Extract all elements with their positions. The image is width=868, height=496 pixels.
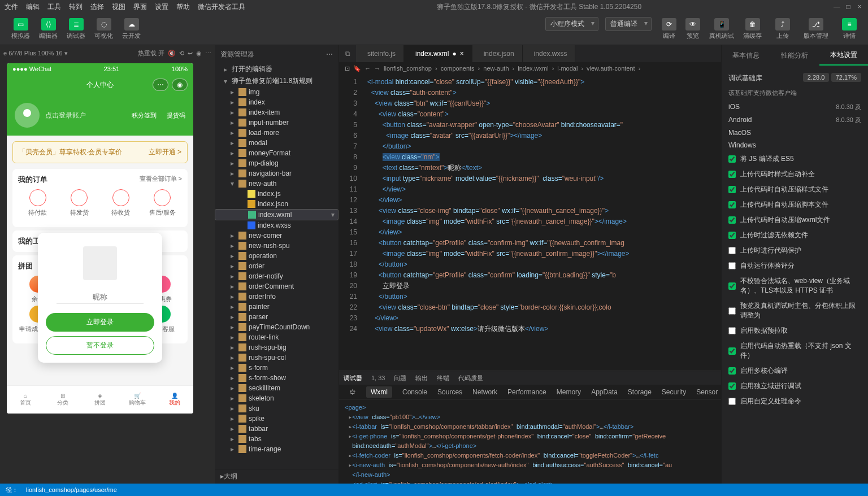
compile-button[interactable]: ⟳编译 — [658, 17, 680, 41]
tree-folder-painter[interactable]: ▸painter — [215, 302, 338, 312]
tree-folder-rush-spu-col[interactable]: ▸rush-spu-col — [215, 353, 338, 363]
tab-me[interactable]: 👤我的 — [156, 386, 193, 414]
tree-folder-tabbar[interactable]: ▸tabbar — [215, 424, 338, 434]
tree-folder-payTimeCountDown[interactable]: ▸payTimeCountDown — [215, 322, 338, 332]
dtab-appdata[interactable]: AppData — [591, 388, 618, 396]
tree-file-index.wxss[interactable]: index.wxss — [215, 220, 338, 230]
file-tree[interactable]: ▸打开的编辑器 ▾狮子鱼修复前端11.8新规则 ▸img▸index▸index… — [215, 63, 338, 469]
close-tab-icon[interactable]: × — [460, 50, 464, 58]
tree-folder-operation[interactable]: ▸operation — [215, 251, 338, 261]
close-button[interactable]: × — [856, 3, 863, 11]
user-header[interactable]: 点击登录账户 积分签到 提货码 — [7, 95, 193, 136]
dtab-wxml[interactable]: Wxml — [366, 386, 392, 398]
tree-folder-index[interactable]: ▸index — [215, 97, 338, 107]
code-content[interactable]: <i-modal bind:cancel="close" scrollUp="{… — [362, 75, 721, 371]
tree-folder-input-number[interactable]: ▸input-number — [215, 118, 338, 128]
tab-pin[interactable]: ◈拼团 — [81, 386, 119, 414]
dtab-sources[interactable]: Sources — [437, 388, 462, 396]
check-7[interactable]: 自动运行体验评分 — [728, 258, 861, 273]
dtab-sensor[interactable]: Sensor — [696, 388, 718, 396]
check-13[interactable]: 启用独立域进行调试 — [728, 378, 861, 394]
wxml-console[interactable]: <page> ▸<view class="pb100">…</view> ▸<i… — [339, 399, 721, 484]
cloud-button[interactable]: ☁云开发 — [119, 17, 144, 41]
all-orders-link[interactable]: 查看全部订单 > — [140, 175, 182, 185]
tree-folder-order-notify[interactable]: ▸order-notify — [215, 271, 338, 281]
tree-folder-orderInfo[interactable]: ▸orderInfo — [215, 291, 338, 302]
tab-siteinfo[interactable]: siteinfo.js — [356, 45, 404, 62]
cancel-login-button[interactable]: 暂不登录 — [46, 336, 154, 355]
capsule-close[interactable]: ◉ — [172, 79, 188, 91]
back-icon[interactable]: ↩ — [188, 50, 193, 57]
split-icon[interactable]: ⧉ — [339, 45, 356, 62]
detail-button[interactable]: ≡详情 — [839, 17, 860, 41]
check-8[interactable]: 不校验合法域名、web-view（业务域名）、TLS本以及 HTTPS 证书 — [728, 273, 861, 298]
tab-cart[interactable]: 🛒购物车 — [119, 386, 156, 414]
tree-folder-parser[interactable]: ▸parser — [215, 312, 338, 322]
more-icon[interactable]: ⋯ — [205, 50, 211, 57]
debugger-button[interactable]: ≣调试器 — [63, 17, 89, 41]
check-12[interactable]: 启用多核心编译 — [728, 363, 861, 378]
tree-folder-modal[interactable]: ▸modal — [215, 138, 338, 148]
tab-index-json[interactable]: index.json — [472, 45, 523, 62]
dbgtab-terminal[interactable]: 终端 — [437, 374, 449, 382]
dtab-performance[interactable]: Performance — [507, 388, 546, 396]
tree-folder-new-auth[interactable]: ▾new-auth — [215, 179, 338, 189]
dtab-console[interactable]: Console — [402, 388, 427, 396]
dbgtab-debugger[interactable]: 调试器 — [344, 374, 362, 382]
menu-tool[interactable]: 工具 — [47, 2, 61, 12]
tree-folder-skeleton[interactable]: ▸skeleton — [215, 393, 338, 403]
breadcrumb[interactable]: ⊡ 🔖 ← → lionfish_comshop›components›new-… — [339, 62, 721, 75]
dbgtab-problem[interactable]: 问题 — [394, 374, 406, 382]
order-after[interactable]: 售后/服务 — [143, 189, 183, 217]
bc-bookmark-icon[interactable]: 🔖 — [353, 65, 361, 72]
rtab-perf[interactable]: 性能分析 — [770, 45, 819, 66]
signin-link[interactable]: 积分签到 — [132, 111, 157, 120]
preview-button[interactable]: 👁预览 — [682, 17, 704, 41]
remote-button[interactable]: 📱真机调试 — [706, 17, 737, 41]
base-lib-version[interactable]: 2.28.0 — [803, 73, 830, 82]
menu-file[interactable]: 文件 — [5, 2, 18, 12]
tree-folder-s-form-show[interactable]: ▸s-form-show — [215, 373, 338, 383]
visualize-button[interactable]: ◌可视化 — [91, 17, 116, 41]
maximize-button[interactable]: □ — [844, 3, 852, 11]
order-ship[interactable]: 待发货 — [60, 189, 99, 217]
check-9[interactable]: 预览及真机调试时主包、分包体积上限调整为 — [728, 298, 861, 323]
modal-avatar[interactable] — [83, 246, 117, 280]
check-1[interactable]: 上传代码时样式自动补全 — [728, 167, 861, 182]
bc-toggle-icon[interactable]: ⊡ — [345, 65, 350, 72]
tree-folder-router-link[interactable]: ▸router-link — [215, 332, 338, 342]
check-0[interactable]: 将 JS 编译成 ES5 — [728, 151, 861, 167]
menu-select[interactable]: 选择 — [90, 2, 104, 12]
menu-edit[interactable]: 编辑 — [26, 2, 40, 12]
upload-button[interactable]: ⤴上传 — [772, 17, 793, 41]
clear-button[interactable]: 🗑清缓存 — [740, 17, 765, 41]
home-icon[interactable]: ◉ — [196, 50, 202, 57]
bc-fwd-icon[interactable]: → — [374, 65, 380, 72]
menu-goto[interactable]: 转到 — [69, 2, 83, 12]
tree-project[interactable]: ▾狮子鱼修复前端11.8新规则 — [215, 75, 338, 87]
outline-header[interactable]: ▸大纲 — [215, 469, 338, 484]
capsule-menu[interactable]: ⋯ — [153, 79, 168, 91]
dtab-storage[interactable]: Storage — [628, 388, 652, 396]
rotate-icon[interactable]: ⟲ — [179, 50, 184, 57]
rtab-basic[interactable]: 基本信息 — [722, 45, 770, 66]
tree-folder-tabs[interactable]: ▸tabs — [215, 434, 338, 444]
tree-folder-orderComment[interactable]: ▸orderComment — [215, 281, 338, 291]
tree-file-index.js[interactable]: index.js — [215, 189, 338, 199]
check-10[interactable]: 启用数据预拉取 — [728, 323, 861, 338]
tree-folder-time-range[interactable]: ▸time-range — [215, 444, 338, 454]
editor-button[interactable]: ⟨⟩编辑器 — [36, 17, 61, 41]
tree-folder-img[interactable]: ▸img — [215, 87, 338, 97]
compile-select[interactable]: 普通编译 — [605, 17, 652, 31]
check-11[interactable]: 启用代码自动热重载（不支持 json 文件） — [728, 338, 861, 363]
simulator-button[interactable]: ▭模拟器 — [8, 17, 33, 41]
minimize-button[interactable]: — — [833, 3, 841, 11]
dbgtab-output[interactable]: 输出 — [415, 374, 428, 382]
login-button[interactable]: 立即登录 — [46, 313, 154, 332]
dtab-security[interactable]: Security — [662, 388, 686, 396]
check-3[interactable]: 上传代码时自动压缩脚本文件 — [728, 197, 861, 212]
menu-setting[interactable]: 设置 — [155, 2, 168, 12]
menu-wx[interactable]: 微信开发者工具 — [198, 2, 245, 12]
member-banner[interactable]: 「贝壳会员」尊享特权·会员专享价 立即开通 > — [12, 141, 188, 163]
order-pay[interactable]: 待付款 — [18, 189, 58, 217]
